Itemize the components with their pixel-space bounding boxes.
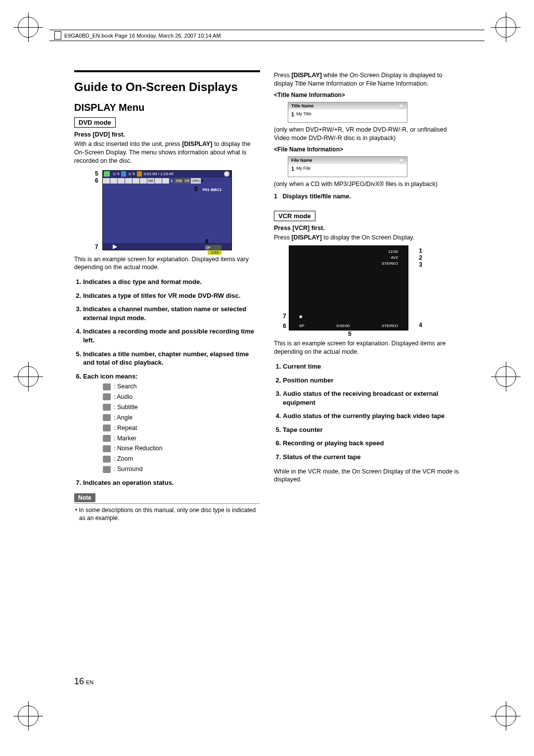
section-title: DISPLAY Menu: [74, 102, 260, 113]
vcr-press-instruction: Press [VCR] first.: [274, 224, 460, 233]
callout-6: 6: [283, 323, 286, 330]
disc-icon: [399, 158, 404, 163]
dvd-press-instruction: Press [DVD] first.: [74, 131, 260, 139]
callout-7: 7: [283, 313, 286, 320]
list-item: Tape counter: [283, 425, 460, 434]
list-item: Indicates a recording mode and possible …: [83, 327, 260, 344]
disc-icon: [399, 103, 404, 109]
dvd-example-note: This is an example screen for explanatio…: [74, 255, 260, 272]
callout-5: 5: [95, 170, 98, 177]
dvd-osd-diagram: 1/ 5 1/ 5 0:01:00 / 1:23:45 NR: [102, 170, 232, 250]
note-text: • In some descriptions on this manual, o…: [74, 506, 260, 522]
zoom-icon: [103, 456, 111, 463]
vcr-indicator-list: Current time Position number Audio statu…: [274, 362, 460, 461]
document-icon: [54, 31, 61, 40]
note-label: Note: [74, 493, 95, 502]
noise-reduction-icon: [103, 445, 111, 452]
vcr-example-note: This is an example screen for explanatio…: [274, 339, 460, 356]
vcr-osd-diagram: 12:00 AV2 STEREO ■ SP 0:00:00 STEREO: [289, 245, 408, 331]
header-text: E9GA0BD_EN.book Page 16 Monday, March 26…: [64, 33, 221, 39]
callout-6: 6: [95, 177, 98, 184]
dvd-intro: With a disc inserted into the unit, pres…: [74, 140, 260, 165]
vcr-mode-label: VCR mode: [274, 211, 315, 221]
title-info-note: (only when DVD+RW/+R, VR mode DVD-RW/-R,…: [274, 126, 460, 142]
callout-5: 5: [348, 331, 352, 337]
dvd-indicator-list: Indicates a disc type and format mode. I…: [74, 278, 260, 487]
list-item: Indicates a title number, chapter number…: [83, 350, 260, 367]
title-name-info-box: Title Name 1My Title: [288, 102, 407, 123]
page-title: Guide to On-Screen Displays: [74, 70, 260, 94]
list-item: Indicates a disc type and format mode.: [83, 278, 260, 286]
audio-icon: [103, 393, 111, 400]
list-item: Indicates a channel number, station name…: [83, 305, 260, 322]
callout-7: 7: [95, 243, 98, 250]
list-item: Audio status of the currently playing ba…: [283, 412, 460, 421]
search-icon: [103, 383, 111, 390]
callout-2: 2: [419, 254, 422, 261]
list-item: Recording or playing back speed: [283, 439, 460, 448]
callout-1: 1: [419, 247, 422, 254]
marker-icon: [103, 435, 111, 442]
left-column: Guide to On-Screen Displays DISPLAY Menu…: [74, 70, 260, 523]
file-info-note: (only when a CD with MP3/JPEG/DivX® file…: [274, 180, 460, 189]
right-column: Press [DISPLAY] while the On-Screen Disp…: [274, 70, 460, 523]
icon-legend: : Search : Audio : Subtitle : Angle : Re…: [83, 382, 260, 473]
callout-3: 3: [419, 261, 422, 268]
list-item: Indicates a type of titles for VR mode D…: [83, 291, 260, 300]
list-item: Position number: [283, 376, 460, 385]
file-name-info-box: File Name 1My File: [288, 156, 407, 177]
dvd-mode-label: DVD mode: [74, 117, 116, 128]
list-item: Audio status of the receiving broadcast …: [283, 389, 460, 407]
vcr-footer-text: While in the VCR mode, the On Screen Dis…: [274, 468, 460, 484]
repeat-icon: [103, 425, 111, 431]
callout-4: 4: [419, 322, 422, 329]
surround-icon: [103, 466, 111, 473]
document-header: E9GA0BD_EN.book Page 16 Monday, March 26…: [49, 30, 485, 41]
list-item: Each icon means: : Search : Audio : Subt…: [83, 372, 260, 473]
right-intro: Press [DISPLAY] while the On-Screen Disp…: [274, 71, 460, 88]
list-item: Current time: [283, 362, 460, 371]
displays-title-file: 1 Displays title/file name.: [274, 192, 460, 201]
vcr-intro: Press [DISPLAY] to display the On Screen…: [274, 234, 460, 242]
subtitle-icon: [103, 404, 111, 411]
list-item: Status of the current tape: [283, 453, 460, 462]
page-number: 16 EN: [74, 676, 93, 687]
file-info-heading: <File Name Information>: [274, 145, 460, 153]
title-info-heading: <Title Name Information>: [274, 91, 460, 99]
list-item: Indicates an operation status.: [83, 478, 260, 487]
angle-icon: [103, 414, 111, 421]
